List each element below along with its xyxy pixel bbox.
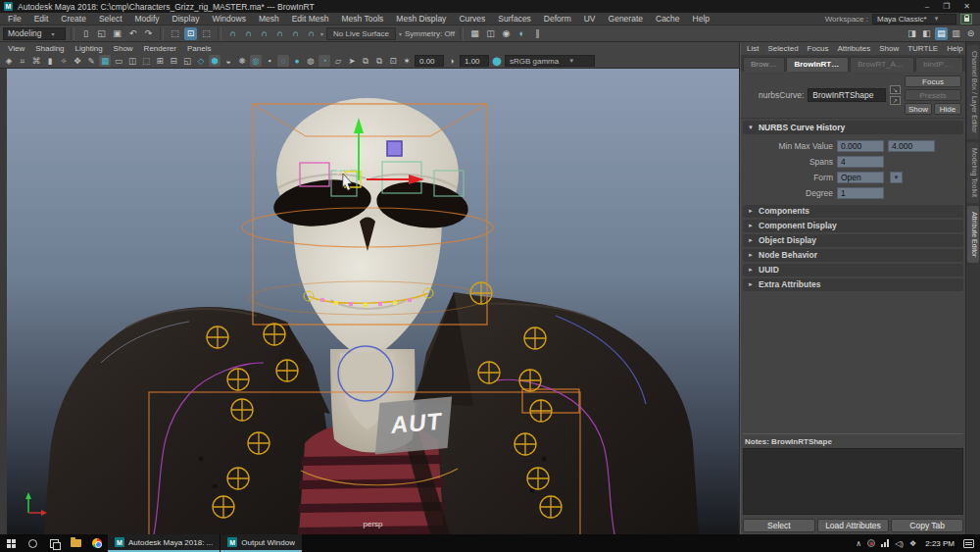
resolution-gate-icon[interactable]: ◫ [126, 55, 138, 67]
presets-button[interactable]: Presets [905, 89, 961, 101]
taskbar-app-output-window[interactable]: M Output Window [220, 534, 302, 552]
multisampling-icon[interactable]: ● [291, 55, 303, 67]
menu-set-select[interactable]: Modeling▾ [3, 27, 66, 40]
tray-expand-icon[interactable]: ∧ [856, 539, 861, 548]
field-chart-icon[interactable]: ⊞ [154, 55, 166, 67]
taskbar-clock[interactable]: 2:23 PM [922, 539, 957, 548]
ae-bottom-button[interactable]: Load Attributes [817, 519, 890, 532]
open-scene-icon[interactable]: ◱ [95, 27, 108, 40]
ae-menu-item[interactable]: Show [879, 44, 899, 53]
ae-node-tab[interactable]: bindPose24 [915, 57, 963, 72]
symmetry-label[interactable]: Symmetry: Off [405, 29, 455, 38]
ae-menu-item[interactable]: Selected [767, 44, 798, 53]
maximize-button[interactable]: ❐ [943, 0, 950, 13]
menubar-item[interactable]: UV [584, 14, 596, 24]
workspace-select[interactable]: Maya Classic* ▾ [872, 14, 956, 25]
tray-app-icon[interactable]: ❖ [909, 539, 916, 548]
menubar-item[interactable]: Windows [212, 14, 245, 24]
grease-pencil-icon[interactable]: ✎ [85, 55, 97, 67]
menubar-item[interactable]: File [8, 14, 22, 24]
menubar-item[interactable]: Deform [544, 14, 571, 24]
spans-field[interactable]: 4 [837, 156, 884, 168]
ae-menu-item[interactable]: Focus [808, 44, 829, 53]
attribute-section-bar[interactable]: Extra Attributes [743, 278, 963, 291]
viewport-a-icon[interactable]: ⧉ [360, 55, 371, 67]
bookmark-icon[interactable]: ▮ [44, 55, 56, 67]
menubar-item[interactable]: Create [61, 14, 86, 24]
chevron-down-icon[interactable]: ▼ [890, 172, 903, 183]
snap-view-icon[interactable]: ∩ [289, 27, 302, 40]
sidebar-outliner-toggle-icon[interactable]: ▥ [950, 27, 962, 40]
xray-icon[interactable]: ▱ [332, 55, 344, 67]
snap-grid-icon[interactable]: ∩ [226, 27, 239, 40]
render-icon[interactable]: ▦ [468, 27, 481, 40]
menubar-item[interactable]: Display [172, 14, 200, 24]
snap-curve-icon[interactable]: ∩ [242, 27, 255, 40]
safe-action-icon[interactable]: ⊟ [168, 55, 179, 67]
menubar-item[interactable]: Curves [459, 14, 485, 24]
sidebar-tab[interactable]: Channel Box / Layer Editor [967, 45, 979, 139]
close-button[interactable]: ✕ [963, 0, 970, 13]
toolbar-grip[interactable] [71, 27, 74, 40]
grid-toggle-icon[interactable]: ▦ [99, 55, 111, 67]
shadows-icon[interactable]: ◎ [250, 55, 262, 67]
viewport-canvas[interactable]: AUT persp [7, 69, 739, 534]
use-all-lights-icon[interactable]: ❋ [236, 55, 248, 67]
undo-icon[interactable]: ↶ [126, 27, 139, 40]
render-settings-icon[interactable]: ◉ [500, 27, 513, 40]
hide-button[interactable]: Hide [934, 103, 961, 115]
output-connections-icon[interactable]: ↗ [890, 96, 901, 105]
toolbar-grip[interactable] [460, 27, 464, 40]
attribute-section-bar[interactable]: Components [743, 205, 963, 218]
menubar-item[interactable]: Surfaces [498, 14, 531, 24]
taskbar-app-maya[interactable]: M Autodesk Maya 2018: ... [108, 534, 220, 552]
sidebar-attributeeditor-toggle-icon[interactable]: ◧ [920, 27, 933, 40]
redo-icon[interactable]: ↷ [142, 27, 155, 40]
exposure-field[interactable]: 0.00 [415, 55, 444, 67]
sidebar-tab[interactable]: Modeling Toolkit [967, 142, 979, 203]
workspace-lock-button[interactable] [960, 14, 972, 25]
ae-menu-item[interactable]: Attributes [837, 44, 870, 53]
gamma-field[interactable]: 1.00 [460, 55, 489, 67]
show-button[interactable]: Show [905, 103, 932, 115]
menubar-item[interactable]: Modify [135, 14, 160, 24]
sidebar-tab[interactable]: Attribute Editor [967, 206, 979, 263]
toolbar-grip[interactable] [160, 27, 164, 40]
ae-menu-item[interactable]: TURTLE [907, 44, 938, 53]
snap-point-icon[interactable]: ∩ [258, 27, 270, 40]
new-scene-icon[interactable]: ▯ [79, 27, 92, 40]
menubar-item[interactable]: Mesh [259, 14, 279, 24]
menubar-item[interactable]: Cache [656, 14, 680, 24]
safe-title-icon[interactable]: ◱ [181, 55, 193, 67]
action-center-icon[interactable] [963, 539, 974, 548]
notes-input[interactable] [743, 448, 963, 515]
gamma-icon[interactable]: ◑ [446, 55, 458, 67]
panel-menu-item[interactable]: Panels [187, 44, 211, 53]
viewport-c-icon[interactable]: ⊡ [387, 55, 399, 67]
panel-menu-item[interactable]: View [8, 44, 24, 53]
max-value-field[interactable]: 4.000 [888, 140, 935, 152]
attribute-section-bar[interactable]: UUID [743, 264, 963, 276]
menubar-item[interactable]: Mesh Display [396, 14, 446, 24]
attribute-section-bar[interactable]: Component Display [743, 220, 963, 232]
menubar-item[interactable]: Generate [609, 14, 643, 24]
panel-menu-item[interactable]: Lighting [75, 44, 103, 53]
depth-of-field-icon[interactable]: ◍ [305, 55, 317, 67]
live-surface-button[interactable]: No Live Surface [326, 27, 396, 40]
exposure-icon[interactable]: ✶ [401, 55, 413, 67]
ae-node-tab[interactable]: BrowRT_AngleMult [850, 57, 914, 72]
ae-node-tab[interactable]: BrowInRT [743, 57, 785, 72]
toolbar-grip[interactable] [218, 27, 221, 40]
cortana-button[interactable] [22, 534, 43, 552]
panel-menu-item[interactable]: Shading [35, 44, 64, 53]
menubar-item[interactable]: Mesh Tools [342, 14, 384, 24]
sidebar-channelbox-toggle-icon[interactable]: ◨ [906, 27, 918, 40]
panel-menu-item[interactable]: Renderer [144, 44, 176, 53]
select-hierarchy-icon[interactable]: ⬚ [169, 27, 181, 40]
node-name-field[interactable]: BrowInRTShape [808, 88, 886, 102]
2d-pan-zoom-icon[interactable]: ✥ [72, 55, 83, 67]
snap-projected-icon[interactable]: ∩ [273, 27, 286, 40]
chrome-button[interactable] [86, 534, 108, 552]
min-value-field[interactable]: 0.000 [837, 140, 884, 152]
ipr-render-icon[interactable]: ◫ [484, 27, 497, 40]
